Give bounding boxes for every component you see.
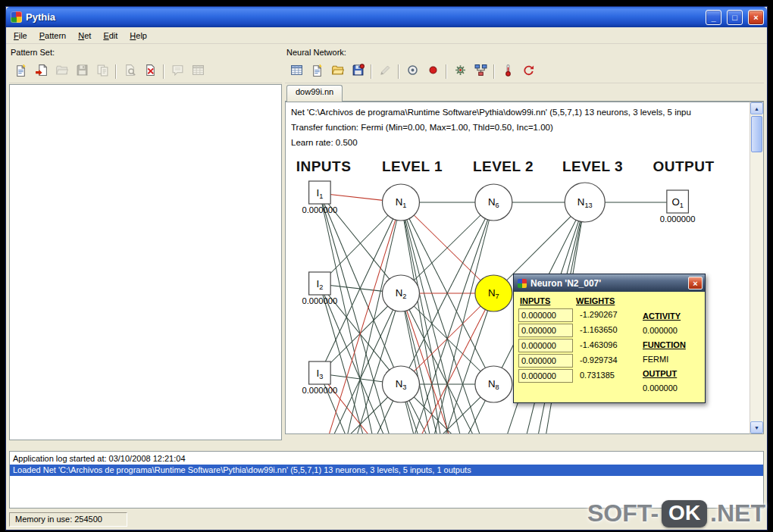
open-net-icon — [331, 64, 344, 79]
window-title: Pythia — [26, 11, 700, 23]
node-N13[interactable]: N13 — [565, 183, 605, 222]
net-info-line-2: Transfer function: Fermi (Min=0.00, Max=… — [291, 120, 748, 135]
save-pattern-button — [72, 62, 92, 81]
copy-pattern-icon — [96, 64, 109, 79]
pattern-set-panel: Pattern Set: — [9, 46, 282, 440]
weights-column-header: WEIGHTS — [574, 296, 638, 308]
node-N1[interactable]: N1 — [383, 184, 420, 221]
vertical-scrollbar[interactable]: ▲ ▼ — [750, 102, 764, 434]
weight-cell-2: -1.163650 — [574, 324, 638, 336]
node-I3-value: 0.000000 — [302, 386, 337, 395]
scroll-down-icon[interactable]: ▼ — [750, 421, 763, 433]
activity-value: 0.000000 — [643, 324, 696, 339]
node-N7[interactable]: N7 — [475, 275, 512, 311]
pattern-set-list[interactable] — [9, 84, 282, 440]
menu-net[interactable]: Net — [72, 29, 97, 42]
pattern-table-button — [188, 62, 208, 81]
function-value: FERMI — [643, 353, 696, 368]
run-net-button[interactable] — [402, 62, 422, 81]
delete-pattern-button[interactable] — [140, 62, 160, 81]
edit-net-button — [375, 62, 395, 81]
input-cell-5: 0.000000 — [518, 369, 573, 383]
inputs-column-header: INPUTS — [518, 296, 574, 308]
import-pattern-button[interactable] — [31, 62, 51, 81]
node-N3[interactable]: N3 — [383, 366, 420, 402]
find-pattern-icon — [124, 64, 136, 79]
net-info-line-1: Net 'C:\Archivos de programa\Runtime Sof… — [291, 105, 748, 120]
run-net-icon — [406, 64, 419, 79]
scrollbar-track[interactable] — [750, 154, 763, 421]
comment-pattern-button — [167, 62, 187, 81]
node-I1-value: 0.000000 — [302, 205, 337, 214]
net-options-button[interactable] — [450, 62, 470, 81]
maximize-button[interactable]: □ — [727, 10, 743, 25]
net-retrain-button[interactable] — [518, 62, 538, 81]
net-retrain-icon — [522, 64, 535, 79]
new-pattern-icon — [14, 64, 27, 79]
pattern-set-label: Pattern Set: — [9, 46, 282, 60]
comment-pattern-icon — [171, 64, 184, 79]
log-line-2[interactable]: Loaded Net 'C:\Archivos de programa\Runt… — [10, 465, 763, 476]
tab-dow99i-nn[interactable]: dow99i.nn — [286, 85, 343, 102]
input-cell-4: 0.000000 — [518, 354, 573, 368]
save-net-button[interactable] — [348, 62, 368, 81]
pattern-toolbar — [9, 60, 282, 83]
save-net-icon — [352, 64, 365, 79]
node-O1[interactable]: O10.000000 — [660, 190, 696, 224]
activity-label: ACTIVITY — [643, 310, 696, 324]
neuron-popup-close-button[interactable]: × — [688, 277, 703, 289]
net-info-line-3: Learn rate: 0.500 — [291, 135, 748, 150]
new-pattern-button[interactable] — [11, 62, 30, 81]
new-net-button[interactable] — [307, 62, 327, 81]
open-pattern-button — [52, 62, 71, 81]
net-tabstrip: dow99i.nn — [285, 83, 764, 102]
node-I2[interactable]: I20.000000 — [302, 272, 337, 305]
menu-bar: File Pattern Net Edit Help — [6, 27, 767, 44]
status-bar: Memory in use: 254500 — [6, 510, 767, 530]
node-N2[interactable]: N2 — [383, 275, 420, 311]
memory-status: Memory in use: 254500 — [9, 512, 127, 527]
neuron-popup-icon — [518, 279, 527, 288]
stop-net-button[interactable] — [423, 62, 443, 81]
neuron-popup-title: Neuron 'N2_007' — [530, 278, 684, 289]
menu-pattern[interactable]: Pattern — [33, 29, 72, 42]
node-I2-value: 0.000000 — [302, 296, 337, 305]
delete-pattern-icon — [144, 64, 157, 79]
input-cell-1: 0.000000 — [518, 308, 573, 322]
neural-network-label: Neural Network: — [285, 46, 764, 60]
application-log[interactable]: Application log started at: 03/10/2008 1… — [9, 451, 764, 509]
output-label: OUTPUT — [643, 368, 696, 382]
minimize-button[interactable]: _ — [706, 10, 721, 25]
node-I1[interactable]: I10.000000 — [302, 181, 337, 214]
net-body: I10.000000I20.000000I30.000000N1N2N3N6N7… — [285, 102, 764, 434]
input-cell-2: 0.000000 — [518, 324, 573, 337]
title-bar[interactable]: Pythia _ □ × — [6, 7, 767, 27]
net-table-icon — [290, 64, 303, 79]
scrollbar-thumb[interactable] — [751, 116, 762, 152]
neuron-popup: Neuron 'N2_007' × INPUTS WEIGHTS 0.00000… — [513, 274, 706, 403]
net-table-button[interactable] — [286, 62, 306, 81]
net-reset-button[interactable] — [498, 62, 518, 81]
node-N8[interactable]: N8 — [475, 366, 512, 402]
neuron-popup-titlebar[interactable]: Neuron 'N2_007' × — [514, 274, 705, 292]
node-O1-value: 0.000000 — [660, 214, 696, 224]
network-canvas[interactable]: I10.000000I20.000000I30.000000N1N2N3N6N7… — [285, 102, 750, 434]
neuron-weights-table: INPUTS WEIGHTS 0.000000-1.2902670.000000… — [518, 296, 638, 396]
net-layout-button[interactable] — [471, 62, 490, 81]
weight-cell-4: -0.929734 — [574, 354, 638, 366]
toolbar-separator — [163, 64, 164, 79]
menu-edit[interactable]: Edit — [97, 29, 124, 42]
close-button[interactable]: × — [748, 10, 764, 25]
open-net-button[interactable] — [327, 62, 347, 81]
log-line-1[interactable]: Application log started at: 03/10/2008 1… — [10, 453, 763, 465]
node-I3[interactable]: I30.000000 — [302, 361, 337, 395]
pattern-table-icon — [192, 64, 205, 79]
toolbar-separator — [493, 64, 495, 79]
menu-help[interactable]: Help — [124, 29, 153, 42]
input-cell-3: 0.000000 — [518, 339, 573, 352]
node-N6[interactable]: N6 — [475, 184, 512, 221]
menu-file[interactable]: File — [8, 29, 33, 42]
scroll-up-icon[interactable]: ▲ — [750, 102, 763, 114]
app-window: Pythia _ □ × File Pattern Net Edit Help … — [5, 6, 768, 530]
toolbar-separator — [446, 64, 447, 79]
